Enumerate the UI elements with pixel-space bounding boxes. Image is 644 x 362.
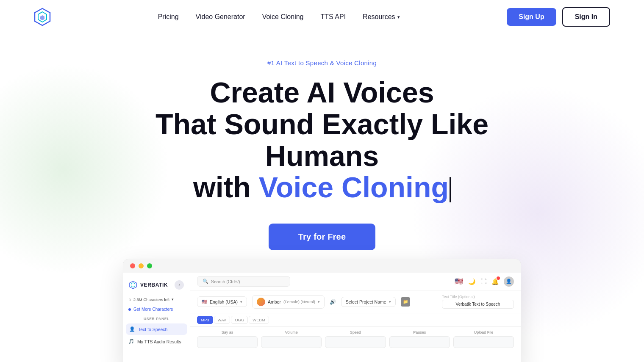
sidebar-logo-icon (129, 281, 137, 289)
hero-title: Create AI Voices That Sound Exactly Like… (131, 77, 513, 203)
format-tab-webm[interactable]: WEBM (249, 316, 269, 324)
app-body: VERBATIK ‹ ⌂ 2.3M Characters left ▾ Get … (123, 273, 521, 362)
get-more-characters[interactable]: Get More Characters (123, 305, 190, 313)
titlebar-dot-green (147, 263, 152, 268)
chars-left-text: 2.3M Characters left (133, 297, 170, 302)
sidebar-section-label: USER PANEL (123, 313, 190, 323)
navbar: Pricing Video Generator Voice Cloning TT… (0, 0, 644, 34)
app-main: 🔍 Search (Ctrl+/) 🇺🇸 🌙 ⛶ 🔔 👤 (190, 273, 521, 362)
flag-language-icon: 🇺🇸 (202, 299, 207, 304)
app-screenshot: VERBATIK ‹ ⌂ 2.3M Characters left ▾ Get … (123, 259, 521, 362)
voice-cloning-highlight: Voice Cloning (259, 171, 449, 203)
app-topbar: 🔍 Search (Ctrl+/) 🇺🇸 🌙 ⛶ 🔔 👤 (190, 273, 521, 290)
signin-button[interactable]: Sign In (562, 7, 610, 27)
pauses-control[interactable] (389, 336, 450, 348)
app-toolbar: Say as Volume Speed Pauses (190, 327, 521, 351)
upload-label: Upload File (474, 330, 494, 334)
home-icon: ⌂ (128, 297, 131, 302)
titlebar-dot-yellow (139, 263, 144, 268)
nav-resources[interactable]: Resources ▾ (363, 13, 400, 21)
sidebar-chars: ⌂ 2.3M Characters left ▾ (123, 295, 190, 304)
try-for-free-button[interactable]: Try for Free (269, 224, 375, 250)
voice-select[interactable]: Amber (Female) (Neural) ▾ (252, 295, 325, 309)
results-icon: 🎵 (128, 339, 134, 344)
volume-icon: 🔊 (330, 299, 336, 305)
logo-icon (34, 8, 51, 26)
nav-video-generator[interactable]: Video Generator (196, 13, 245, 20)
svg-marker-2 (40, 15, 44, 20)
badge-dot (497, 276, 500, 280)
dark-mode-icon[interactable]: 🌙 (468, 278, 475, 285)
sidebar-item-tts[interactable]: 👤 Text to Speech (126, 323, 187, 335)
voice-avatar-icon (257, 298, 265, 306)
volume-control[interactable] (261, 336, 322, 348)
logo[interactable] (34, 8, 51, 26)
signup-button[interactable]: Sign Up (507, 8, 556, 26)
voice-label: Amber (268, 299, 281, 304)
notification-badge[interactable]: 🔔 (491, 278, 499, 285)
project-select[interactable]: Select Project Name ▾ (341, 297, 396, 307)
app-titlebar (123, 259, 521, 273)
language-label: English (USA) (210, 299, 238, 304)
voice-chevron-icon: ▾ (318, 300, 320, 304)
language-select[interactable]: 🇺🇸 English (USA) ▾ (197, 296, 247, 307)
title-area: Text Title (Optional) Verbatik Text to S… (442, 295, 514, 309)
titlebar-dot-red (130, 263, 135, 268)
project-label: Select Project Name (346, 299, 386, 304)
title-input[interactable]: Verbatik Text to Speech (442, 300, 514, 309)
language-chevron-icon: ▾ (240, 300, 242, 304)
format-tab-ogg[interactable]: OGG (231, 316, 248, 324)
volume-col: Volume (261, 330, 322, 348)
format-tab-mp3[interactable]: MP3 (197, 316, 213, 324)
cursor-blink (450, 177, 451, 202)
say-as-col: Say as (197, 330, 258, 348)
format-tab-wav[interactable]: WAV (214, 316, 230, 324)
svg-marker-4 (131, 283, 135, 287)
sidebar-brand-text: VERBATIK (140, 282, 168, 288)
nav-voice-cloning[interactable]: Voice Cloning (262, 13, 304, 20)
say-as-control[interactable] (197, 336, 258, 348)
chars-dropdown[interactable]: ▾ (172, 297, 174, 301)
user-avatar[interactable]: 👤 (504, 276, 514, 287)
app-sidebar: VERBATIK ‹ ⌂ 2.3M Characters left ▾ Get … (123, 273, 190, 362)
project-chevron-icon: ▾ (389, 300, 391, 304)
sidebar-item-tts-label: Text to Speech (138, 327, 167, 332)
fullscreen-icon[interactable]: ⛶ (480, 278, 486, 285)
sidebar-item-results[interactable]: 🎵 My TTS Audio Results (123, 336, 190, 347)
sidebar-item-results-label: My TTS Audio Results (137, 339, 181, 344)
volume-label: Volume (285, 330, 298, 334)
search-box[interactable]: 🔍 Search (Ctrl+/) (197, 276, 290, 287)
dot-blue-icon (128, 308, 131, 311)
upload-control[interactable] (453, 336, 514, 348)
nav-pricing[interactable]: Pricing (158, 13, 179, 20)
pauses-col: Pauses (389, 330, 450, 348)
get-more-text: Get More Characters (133, 307, 173, 312)
title-placeholder: Verbatik Text to Speech (456, 302, 500, 307)
resources-chevron-icon: ▾ (397, 14, 400, 20)
nav-buttons: Sign Up Sign In (507, 7, 610, 27)
app-controls: 🇺🇸 English (USA) ▾ Amber (Female) (Neura… (190, 290, 521, 313)
speed-col: Speed (325, 330, 386, 348)
pauses-label: Pauses (413, 330, 426, 334)
format-tabs: MP3 WAV OGG WEBM (190, 313, 521, 327)
flag-us-icon: 🇺🇸 (455, 277, 463, 285)
topbar-right: 🇺🇸 🌙 ⛶ 🔔 👤 (455, 276, 514, 287)
hero-title-line2: That Sound Exactly Like Humans (155, 108, 489, 172)
upload-col: Upload File (453, 330, 514, 348)
nav-tts-api[interactable]: TTS API (321, 13, 346, 20)
title-field-label: Text Title (Optional) (442, 295, 475, 299)
sidebar-brand: VERBATIK ‹ (123, 277, 190, 295)
voice-type-label: (Female) (Neural) (283, 299, 315, 304)
speed-control[interactable] (325, 336, 386, 348)
sidebar-back-button[interactable]: ‹ (175, 280, 184, 290)
hero-subtitle: #1 AI Text to Speech & Voice Cloning (267, 59, 377, 66)
nav-links: Pricing Video Generator Voice Cloning TT… (158, 13, 400, 21)
search-icon: 🔍 (203, 279, 208, 284)
svg-marker-3 (130, 281, 136, 289)
hero-section: #1 AI Text to Speech & Voice Cloning Cre… (0, 34, 644, 362)
project-book-icon: 📁 (401, 297, 410, 307)
hero-title-line1: Create AI Voices (210, 76, 434, 108)
hero-title-line3: with Voice Cloning (193, 171, 451, 203)
tts-icon: 👤 (129, 326, 135, 332)
say-as-label: Say as (222, 330, 233, 334)
